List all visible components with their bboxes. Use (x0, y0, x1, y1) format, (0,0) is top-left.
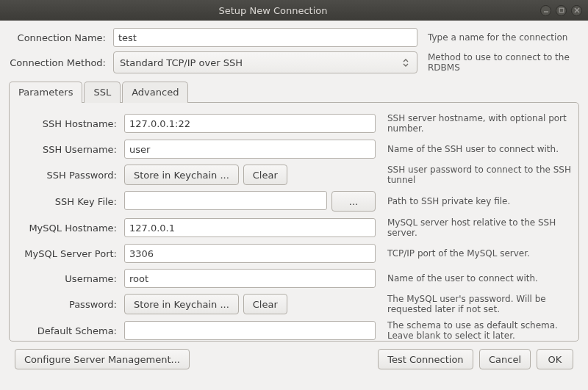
ssh-hostname-help: SSH server hostname, with optional port … (380, 113, 571, 134)
cancel-button[interactable]: Cancel (479, 349, 531, 369)
tabs-bar: Parameters SSL Advanced (9, 82, 579, 103)
default-schema-help: The schema to use as default schema. Lea… (380, 320, 571, 341)
ssh-username-help: Name of the SSH user to connect with. (380, 144, 571, 154)
titlebar: Setup New Connection (0, 0, 588, 21)
mysql-port-help: TCP/IP port of the MySQL server. (380, 248, 571, 259)
username-help: Name of the user to connect with. (380, 273, 571, 284)
password-label: Password: (17, 299, 120, 310)
username-input[interactable] (124, 269, 376, 288)
ssh-password-label: SSH Password: (17, 170, 120, 181)
ssh-hostname-label: SSH Hostname: (17, 118, 120, 129)
connection-method-select[interactable]: Standard TCP/IP over SSH (113, 51, 417, 73)
ssh-password-help: SSH user password to connect to the SSH … (380, 165, 571, 185)
ssh-keyfile-input[interactable] (124, 191, 327, 210)
window-controls (540, 5, 582, 16)
ssh-password-store-button[interactable]: Store in Keychain ... (124, 165, 239, 185)
connection-method-label: Connection Method: (9, 57, 109, 68)
connection-name-label: Connection Name: (9, 32, 109, 43)
ssh-keyfile-browse-button[interactable]: ... (331, 191, 376, 212)
mysql-hostname-help: MySQL server host relative to the SSH se… (380, 217, 571, 238)
mysql-port-input[interactable] (124, 244, 376, 263)
ssh-hostname-input[interactable] (124, 114, 376, 133)
window-title: Setup New Connection (6, 5, 540, 16)
password-store-button[interactable]: Store in Keychain ... (124, 294, 239, 314)
ok-button[interactable]: OK (537, 349, 573, 369)
dropdown-spinner-icon (401, 59, 411, 67)
ssh-password-clear-button[interactable]: Clear (243, 165, 287, 185)
username-label: Username: (17, 273, 120, 284)
default-schema-label: Default Schema: (17, 325, 120, 336)
dialog-footer: Configure Server Management... Test Conn… (9, 342, 579, 380)
close-button[interactable] (571, 5, 582, 16)
maximize-button[interactable] (556, 5, 567, 16)
connection-method-value: Standard TCP/IP over SSH (120, 57, 401, 68)
password-clear-button[interactable]: Clear (243, 294, 287, 314)
password-help: The MySQL user's password. Will be reque… (380, 294, 571, 314)
tabs-area: Parameters SSL Advanced SSH Hostname: SS… (9, 81, 579, 342)
connection-name-input[interactable] (113, 28, 417, 47)
mysql-port-label: MySQL Server Port: (17, 248, 120, 259)
setup-connection-window: Setup New Connection Connection Name: Ty… (0, 0, 588, 390)
mysql-hostname-input[interactable] (124, 218, 376, 237)
tab-parameters[interactable]: Parameters (9, 82, 82, 103)
minimize-button[interactable] (540, 5, 551, 16)
ssh-username-input[interactable] (124, 140, 376, 159)
tab-panel-parameters: SSH Hostname: SSH server hostname, with … (9, 102, 579, 342)
connection-name-help: Type a name for the connection (422, 32, 579, 43)
mysql-hostname-label: MySQL Hostname: (17, 223, 120, 234)
ssh-keyfile-help: Path to SSH private key file. (380, 196, 571, 206)
test-connection-button[interactable]: Test Connection (378, 349, 473, 369)
tab-advanced[interactable]: Advanced (122, 82, 188, 103)
configure-server-button[interactable]: Configure Server Management... (15, 349, 190, 369)
ssh-username-label: SSH Username: (17, 144, 120, 155)
connection-method-help: Method to use to connect to the RDBMS (422, 52, 579, 73)
tab-ssl[interactable]: SSL (84, 82, 121, 103)
ssh-keyfile-label: SSH Key File: (17, 196, 120, 207)
svg-rect-1 (559, 8, 564, 12)
dialog-content: Connection Name: Type a name for the con… (0, 21, 588, 390)
default-schema-input[interactable] (124, 321, 376, 340)
